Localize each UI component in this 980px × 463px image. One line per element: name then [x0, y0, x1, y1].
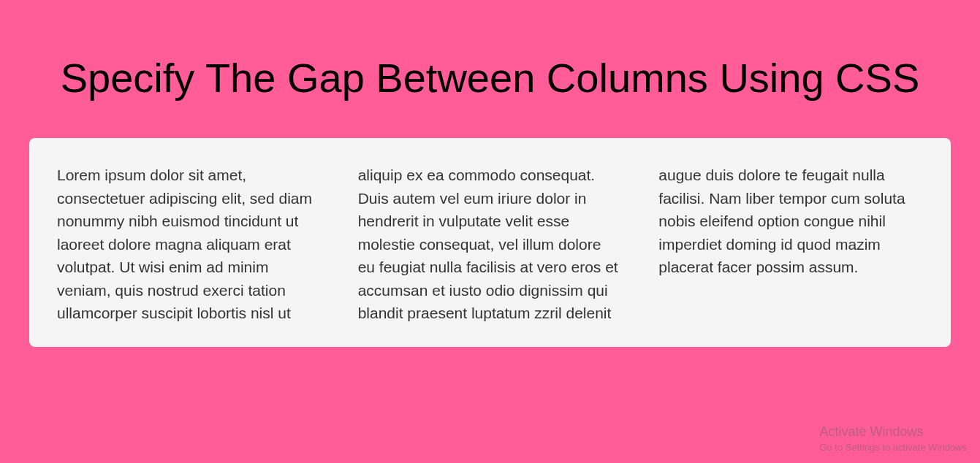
content-card: Lorem ipsum dolor sit amet, consectetuer…: [29, 138, 951, 347]
watermark-subtitle: Go to Settings to activate Windows: [819, 441, 967, 454]
watermark-title: Activate Windows: [819, 423, 967, 441]
windows-activation-watermark: Activate Windows Go to Settings to activ…: [819, 423, 967, 454]
multi-column-text: Lorem ipsum dolor sit amet, consectetuer…: [57, 164, 923, 325]
page-title: Specify The Gap Between Columns Using CS…: [0, 0, 980, 138]
